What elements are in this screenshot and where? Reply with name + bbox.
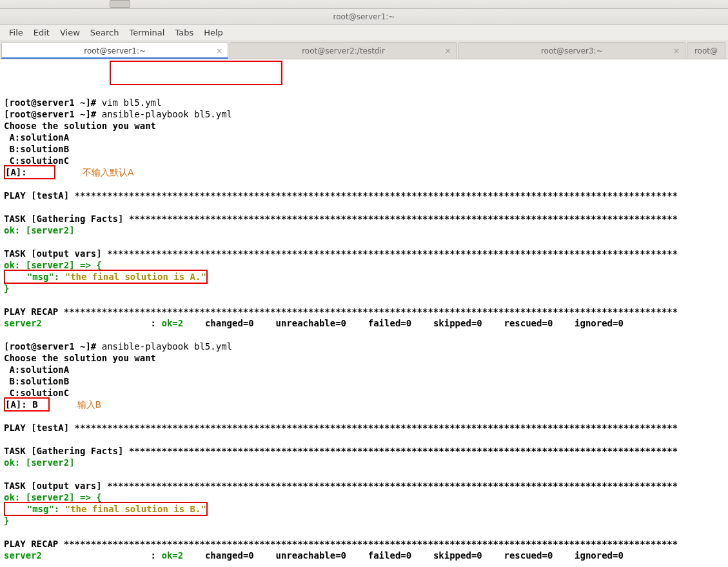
recap-rest: changed=0 unreachable=0 failed=0 skipped… <box>199 550 623 561</box>
recap-host: server2 <box>4 318 42 328</box>
annotation-default-a: 不输入默认A <box>83 167 134 177</box>
stars: ****************************************… <box>107 481 678 491</box>
task-gathering: TASK [Gathering Facts] <box>4 446 129 456</box>
choose-line: Choose the solution you want <box>4 353 156 363</box>
tab-server3[interactable]: root@server3:~ × <box>458 42 685 59</box>
prompt: [root@server1 ~]# <box>4 341 102 352</box>
menu-search[interactable]: Search <box>85 28 124 37</box>
window-title: root@server1:~ <box>333 12 395 21</box>
stars: ****************************************… <box>64 306 678 317</box>
recap-mid: : <box>42 318 161 328</box>
tab-label: root@server3:~ <box>541 46 603 55</box>
input-prompt-1: [A]: <box>5 167 32 177</box>
ok-server2: ok: [server2] <box>4 225 75 235</box>
highlight-box-msg-a: "msg": "the final solution is A." <box>4 270 208 284</box>
recap-host: server2 <box>4 550 42 561</box>
menu-view[interactable]: View <box>55 28 85 37</box>
play-header: PLAY [testA] <box>4 423 75 433</box>
option-b: B:solutionB <box>4 376 69 386</box>
highlight-box-input2: [A]: B <box>4 397 50 412</box>
ok-arrow: ok: [server2] => { <box>4 492 102 502</box>
recap-rest: changed=0 unreachable=0 failed=0 skipped… <box>199 318 623 328</box>
stars: ****************************************… <box>107 248 678 259</box>
msg-colon: : <box>54 272 65 282</box>
prompt: [root@server1 ~]# <box>4 109 102 119</box>
stars: ****************************************… <box>75 423 678 433</box>
highlight-box-commands <box>110 61 282 85</box>
titlebar-outer <box>0 0 728 9</box>
msg-val-b: "the final solution is B." <box>65 504 206 514</box>
annotation-input-b: 输入B <box>77 399 102 410</box>
option-c: C:solutionC <box>4 388 69 398</box>
menu-file[interactable]: File <box>4 28 28 37</box>
option-a: A:solutionA <box>4 132 69 143</box>
highlight-box-input1: [A]: <box>4 165 55 179</box>
prompt: [root@server1 ~]# <box>4 97 102 108</box>
msg-key: "msg" <box>5 504 54 514</box>
msg-key: "msg" <box>5 272 54 282</box>
recap-ok: ok=2 <box>161 550 199 561</box>
msg-val-a: "the final solution is A." <box>65 272 206 282</box>
menu-edit[interactable]: Edit <box>28 28 55 37</box>
tab-label: root@server2:/testdir <box>302 46 385 55</box>
recap-mid: : <box>42 550 161 561</box>
window-titlebar: root@server1:~ <box>0 9 728 25</box>
close-brace: } <box>4 515 9 526</box>
tab-label: root@server1:~ <box>84 46 146 55</box>
option-b: B:solutionB <box>4 144 69 154</box>
msg-colon: : <box>54 504 65 514</box>
stars: ****************************************… <box>64 539 678 549</box>
recap-ok: ok=2 <box>161 318 199 328</box>
highlight-box-msg-b: "msg": "the final solution is B." <box>4 502 208 516</box>
tab-server1[interactable]: root@server1:~ × <box>1 42 228 59</box>
close-icon[interactable]: × <box>445 43 451 59</box>
stars: ****************************************… <box>129 214 678 224</box>
tab-partial[interactable]: root@ <box>687 42 725 59</box>
titlebar-left-widget <box>110 0 130 8</box>
choose-line: Choose the solution you want <box>4 121 156 131</box>
task-output-vars: TASK [output vars] <box>4 248 107 259</box>
task-output-vars: TASK [output vars] <box>4 481 107 491</box>
option-a: A:solutionA <box>4 364 69 375</box>
close-icon[interactable]: × <box>216 43 222 59</box>
menu-terminal[interactable]: Terminal <box>124 28 170 37</box>
ok-server2: ok: [server2] <box>4 457 75 468</box>
task-gathering: TASK [Gathering Facts] <box>4 214 129 224</box>
tabbar[interactable]: root@server1:~ × root@server2:/testdir ×… <box>0 41 728 59</box>
input-prompt-2: [A]: B <box>5 399 38 410</box>
play-recap: PLAY RECAP <box>4 306 64 317</box>
menubar[interactable]: File Edit View Search Terminal Tabs Help <box>0 25 728 41</box>
close-brace: } <box>4 283 9 293</box>
option-c: C:solutionC <box>4 155 69 166</box>
cmd-vim: vim bl5.yml <box>102 97 162 108</box>
terminal-content[interactable]: [root@server1 ~]# vim bl5.yml [root@serv… <box>0 59 728 567</box>
stars: ****************************************… <box>129 446 678 456</box>
close-icon[interactable]: × <box>673 43 680 59</box>
tab-label: root@ <box>694 46 718 55</box>
play-recap: PLAY RECAP <box>4 539 64 549</box>
cmd-ansible1: ansible-playbook bl5.yml <box>102 109 232 119</box>
play-header: PLAY [testA] <box>4 190 75 201</box>
menu-help[interactable]: Help <box>199 28 228 37</box>
menu-tabs[interactable]: Tabs <box>170 28 199 37</box>
ok-arrow: ok: [server2] => { <box>4 260 102 270</box>
stars: ****************************************… <box>75 190 678 201</box>
cmd-ansible2: ansible-playbook bl5.yml <box>102 341 232 352</box>
tab-server2[interactable]: root@server2:/testdir × <box>230 42 457 59</box>
